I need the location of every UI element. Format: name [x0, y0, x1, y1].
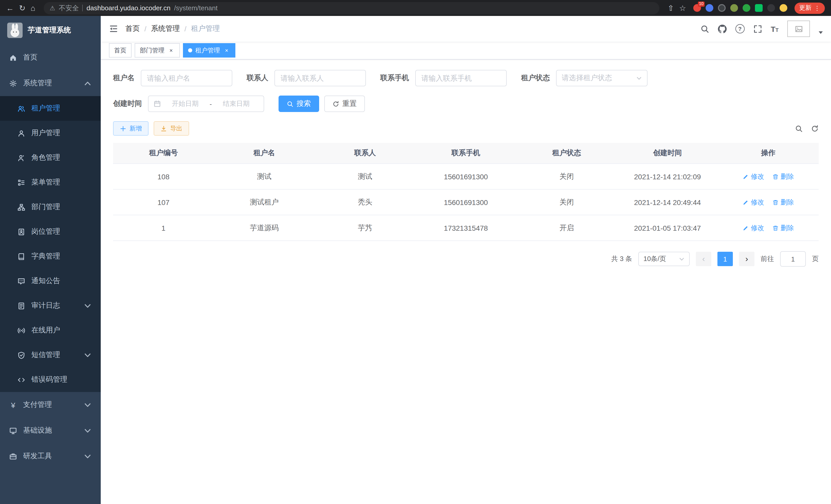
- extension-icon[interactable]: [706, 4, 713, 12]
- sidebar-item-sms[interactable]: 短信管理: [0, 343, 101, 367]
- table-cell: 芋道源码: [214, 215, 315, 241]
- omnibox-divider: [83, 5, 83, 11]
- close-icon[interactable]: [223, 47, 230, 54]
- sidebar-item-dept[interactable]: 部门管理: [0, 195, 101, 219]
- menu-tree-icon: [18, 179, 25, 186]
- column-header: 联系手机: [416, 143, 516, 164]
- extension-icon[interactable]: [718, 4, 726, 12]
- delete-link[interactable]: 删除: [772, 223, 794, 233]
- refresh-icon[interactable]: [811, 125, 819, 132]
- table-row: 108 测试 测试 15601691300 关闭 2021-12-14 21:0…: [113, 164, 819, 189]
- add-button[interactable]: 新增: [113, 121, 148, 136]
- sidebar-item-tenant[interactable]: 租户管理: [0, 96, 101, 121]
- help-icon[interactable]: [735, 24, 744, 33]
- extension-icon[interactable]: [767, 4, 775, 12]
- next-page-button[interactable]: ›: [739, 252, 754, 266]
- edit-link[interactable]: 修改: [743, 198, 764, 207]
- sidebar-item-error-code[interactable]: 错误码管理: [0, 367, 101, 392]
- prev-page-button[interactable]: ‹: [696, 252, 711, 266]
- back-icon[interactable]: ←: [6, 4, 14, 12]
- page-button-1[interactable]: 1: [717, 252, 733, 266]
- page-size-select[interactable]: 10条/页: [638, 252, 690, 266]
- sidebar-item-online-users[interactable]: 在线用户: [0, 318, 101, 343]
- pagination-total: 共 3 条: [611, 254, 632, 264]
- sidebar: 芋道管理系统 首页 系统管理 租户管理: [0, 16, 101, 504]
- tab-dept[interactable]: 部门管理: [135, 43, 180, 58]
- app-logo[interactable]: 芋道管理系统: [0, 16, 101, 45]
- create-time-label: 创建时间: [113, 99, 142, 109]
- create-time-range-picker[interactable]: 开始日期 - 结束日期: [148, 95, 264, 112]
- delete-link[interactable]: 删除: [772, 172, 794, 181]
- tab-home[interactable]: 首页: [109, 43, 132, 58]
- reset-button[interactable]: 重置: [324, 95, 365, 112]
- sidebar-item-post[interactable]: 岗位管理: [0, 219, 101, 244]
- breadcrumb-item[interactable]: 系统管理: [151, 24, 180, 33]
- sidebar-item-notice[interactable]: 通知公告: [0, 269, 101, 293]
- goto-page-input[interactable]: [780, 251, 806, 267]
- github-icon[interactable]: [718, 24, 726, 33]
- chevron-down-icon[interactable]: [819, 31, 823, 34]
- table-cell: 测试租户: [214, 189, 315, 215]
- search-button[interactable]: 搜索: [279, 95, 319, 112]
- extension-icon[interactable]: [780, 4, 787, 12]
- sidebar-item-infra[interactable]: 基础设施: [0, 418, 101, 443]
- chevron-down-icon: [84, 302, 91, 309]
- breadcrumb-item[interactable]: 首页: [125, 24, 140, 33]
- share-icon[interactable]: ⇧: [667, 4, 674, 12]
- navbar-actions: [700, 21, 823, 37]
- hamburger-icon[interactable]: [109, 24, 118, 33]
- delete-link[interactable]: 删除: [772, 198, 794, 207]
- sidebar-item-role[interactable]: 角色管理: [0, 145, 101, 170]
- phone-input[interactable]: [415, 70, 507, 86]
- sidebar-item-dict[interactable]: 字典管理: [0, 244, 101, 269]
- app-title: 芋道管理系统: [28, 26, 71, 35]
- extension-icon[interactable]: [730, 4, 738, 12]
- sidebar-item-dev-tools[interactable]: 研发工具: [0, 443, 101, 469]
- toolbox-icon: [9, 452, 17, 460]
- extension-icon[interactable]: [743, 4, 750, 12]
- download-icon: [160, 125, 167, 132]
- browser-home-icon[interactable]: ⌂: [31, 4, 35, 12]
- sidebar-menu: 首页 系统管理 租户管理 用户管理: [0, 45, 101, 504]
- book-icon: [18, 253, 25, 260]
- edit-link[interactable]: 修改: [743, 223, 764, 233]
- active-tab-dot: [188, 48, 192, 52]
- signal-icon: [18, 326, 25, 334]
- search-icon[interactable]: [700, 24, 709, 33]
- extension-icon[interactable]: [755, 4, 763, 12]
- chevron-down-icon: [84, 452, 91, 460]
- date-separator: -: [210, 100, 212, 108]
- browser-chrome: ← ↻ ⌂ ⚠ 不安全 dashboard.yudao.iocoder.cn/s…: [0, 0, 831, 16]
- url-host: dashboard.yudao.iocoder.cn: [87, 4, 171, 12]
- sidebar-item-home[interactable]: 首页: [0, 45, 101, 70]
- sidebar-item-payment[interactable]: ¥ 支付管理: [0, 392, 101, 418]
- breadcrumb-separator: /: [144, 25, 146, 33]
- edit-link[interactable]: 修改: [743, 172, 764, 181]
- tenant-status-select[interactable]: 请选择租户状态: [556, 70, 648, 86]
- close-icon[interactable]: [168, 47, 175, 54]
- bookmark-star-icon[interactable]: ☆: [679, 4, 686, 12]
- reload-icon[interactable]: ↻: [19, 4, 25, 12]
- font-size-icon[interactable]: [771, 24, 779, 33]
- sidebar-item-user[interactable]: 用户管理: [0, 121, 101, 145]
- tenant-name-input[interactable]: [141, 70, 232, 86]
- table-cell: 2021-01-05 17:03:47: [617, 215, 718, 241]
- tab-tenant[interactable]: 租户管理: [183, 43, 235, 58]
- table-cell: 2021-12-14 21:02:09: [617, 164, 718, 189]
- sidebar-item-system[interactable]: 系统管理: [0, 70, 101, 96]
- fullscreen-icon[interactable]: [753, 24, 762, 33]
- chrome-update-button[interactable]: 更新 ⋮: [795, 2, 825, 13]
- export-button[interactable]: 导出: [154, 121, 189, 136]
- sidebar-item-menu[interactable]: 菜单管理: [0, 170, 101, 195]
- yen-icon: ¥: [9, 401, 17, 409]
- avatar[interactable]: [787, 21, 810, 37]
- goto-label: 前往: [761, 254, 774, 264]
- table-cell: 15601691300: [416, 189, 516, 215]
- sidebar-item-audit-log[interactable]: 审计日志: [0, 293, 101, 318]
- address-bar[interactable]: ⚠ 不安全 dashboard.yudao.iocoder.cn/system/…: [44, 2, 659, 14]
- table-cell: 秃头: [315, 189, 416, 215]
- kebab-menu-icon[interactable]: ⋮: [814, 4, 820, 11]
- contact-input[interactable]: [275, 70, 366, 86]
- toggle-search-icon[interactable]: [795, 125, 803, 132]
- extension-icon[interactable]: 10: [693, 4, 701, 12]
